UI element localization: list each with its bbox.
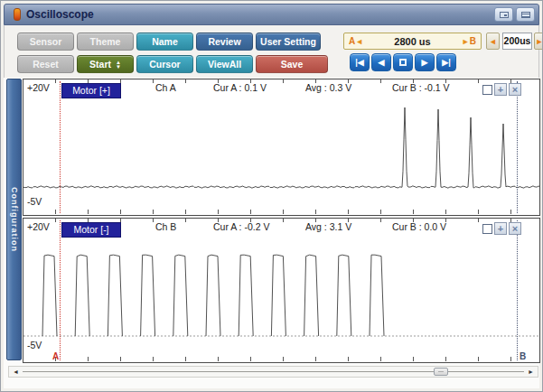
timebase-value[interactable]: 200us (502, 33, 532, 50)
toolbar: Sensor Theme Name Review User Setting Re… (4, 25, 539, 78)
user-setting-button[interactable]: User Setting (256, 33, 321, 51)
cursor-b-arrow-icon: ► (462, 37, 470, 46)
cursor-a-arrow-icon: ◄ (355, 37, 363, 46)
voltage-bottom-label: -5V (27, 196, 42, 207)
screen-icon (500, 12, 509, 18)
configuration-tab[interactable]: Configuration (6, 79, 22, 360)
scroll-left-icon[interactable]: ◄ (9, 369, 23, 375)
bottom-ticks (23, 357, 539, 361)
review-button[interactable]: Review (196, 33, 253, 51)
cursor-b-tag: B (520, 351, 526, 361)
spinner-icon: ▲▼ (116, 61, 121, 70)
theme-button[interactable]: Theme (77, 33, 134, 51)
name-button[interactable]: Name (136, 33, 193, 51)
scroll-right-icon[interactable]: ► (524, 369, 538, 375)
cursor-b-line[interactable] (517, 220, 518, 360)
scrollbar-track[interactable] (23, 371, 524, 372)
cursor-a-reading: Cur A : -0.2 V (213, 221, 269, 232)
cursor-a-tag: A (52, 351, 59, 361)
cursor-a-reading: Cur A : 0.1 V (213, 82, 267, 93)
channel-a-waveform (23, 79, 539, 215)
scope-area: Configuration +20V Motor [+] Ch A Cur A … (4, 78, 539, 388)
panel-checkbox[interactable] (482, 85, 492, 95)
cursor-b-line[interactable] (517, 81, 518, 213)
configuration-label: Configuration (10, 187, 19, 252)
timebase-decrease-button[interactable]: ◄ (486, 33, 500, 50)
voltage-top-label: +20V (27, 221, 50, 232)
sensor-button[interactable]: Sensor (17, 33, 74, 51)
minimize-button[interactable] (516, 7, 535, 22)
channel-a-panel: +20V Motor [+] Ch A Cur A : 0.1 V Avg : … (23, 79, 540, 216)
cursor-range-display: A ◄ 2800 us ► B (343, 33, 482, 50)
range-value: 2800 us (363, 36, 462, 47)
popup-window-button[interactable] (494, 7, 513, 22)
panel-checkbox[interactable] (482, 224, 492, 234)
horizontal-scrollbar[interactable]: ◄ ► (8, 366, 538, 378)
window-title: Oscilloscope (26, 8, 94, 21)
app-icon (14, 8, 21, 21)
bottom-ticks (23, 210, 539, 214)
start-button[interactable]: Start▲▼ (77, 55, 134, 73)
channel-label: Ch A (155, 82, 176, 93)
skip-end-button[interactable]: ▶| (436, 53, 456, 71)
viewall-button[interactable]: ViewAll (196, 55, 253, 73)
panel-expand-button[interactable]: + (494, 222, 507, 235)
cursor-a-line[interactable] (60, 81, 61, 213)
channel-name-badge[interactable]: Motor [-] (61, 222, 121, 238)
minimize-icon (521, 12, 530, 18)
channel-b-waveform (23, 219, 539, 362)
transport-controls: |◀ ◀ ▶ ▶| (350, 53, 456, 71)
average-reading: Avg : 3.1 V (305, 221, 351, 232)
channel-name-badge[interactable]: Motor [+] (61, 83, 121, 98)
panel-close-button[interactable]: × (509, 222, 521, 235)
save-button[interactable]: Save (256, 55, 328, 73)
cursor-button[interactable]: Cursor (136, 55, 193, 73)
cursor-b-label: B (470, 36, 476, 46)
step-back-button[interactable]: ◀ (371, 53, 391, 71)
panel-expand-button[interactable]: + (494, 83, 507, 96)
play-button[interactable]: ▶ (415, 53, 435, 71)
title-bar: Oscilloscope (4, 4, 539, 25)
oscilloscope-window: Oscilloscope Sensor Theme Name Review Us… (0, 0, 543, 392)
panel-close-button[interactable]: × (509, 83, 521, 96)
channel-label: Ch B (155, 221, 176, 232)
timebase-increase-button[interactable]: ► (534, 33, 543, 50)
cursor-a-label: A (349, 36, 355, 46)
stop-icon (399, 59, 407, 66)
cursor-a-line[interactable] (60, 220, 61, 360)
skip-start-button[interactable]: |◀ (350, 53, 370, 71)
voltage-top-label: +20V (27, 82, 50, 93)
average-reading: Avg : 0.3 V (305, 82, 351, 93)
cursor-b-reading: Cur B : -0.1 V (392, 82, 450, 93)
voltage-bottom-label: -5V (27, 340, 42, 350)
scrollbar-thumb[interactable] (434, 368, 448, 376)
cursor-b-reading: Cur B : 0.0 V (392, 221, 446, 232)
channel-b-panel: +20V Motor [-] Ch B Cur A : -0.2 V Avg :… (23, 218, 540, 363)
stop-button[interactable] (393, 53, 413, 71)
reset-button[interactable]: Reset (17, 55, 74, 73)
